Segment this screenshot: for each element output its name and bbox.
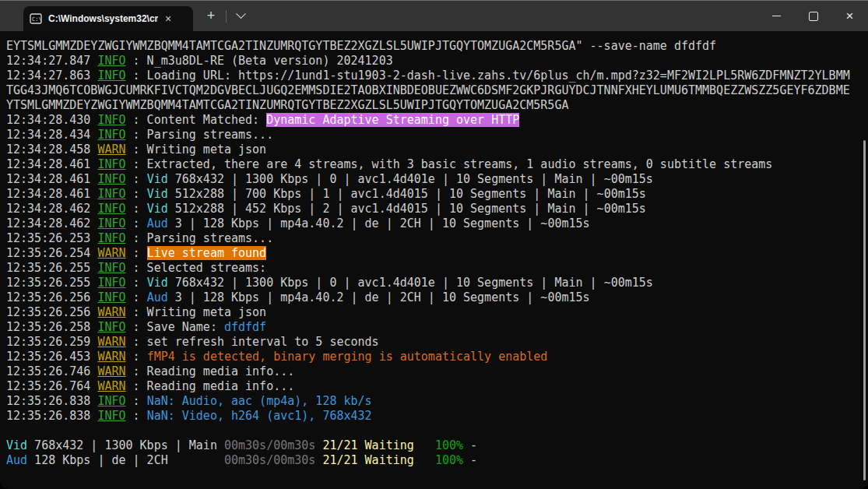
minimize-button[interactable] bbox=[758, 1, 795, 31]
terminal-line: 12:35:26.746 WARN : Reading media info..… bbox=[6, 364, 868, 379]
terminal-line: 12:35:26.256 INFO : Aud 3 | 128 Kbps | m… bbox=[6, 290, 868, 305]
terminal-line: 12:35:26.838 INFO : NaN: Video, h264 (av… bbox=[6, 409, 868, 424]
terminal-window: C:\ C:\Windows\system32\cmd.exe × + × EY… bbox=[0, 0, 868, 489]
terminal-line: 12:35:26.838 INFO : NaN: Audio, aac (mp4… bbox=[6, 394, 868, 409]
terminal-line: 12:34:27.863 INFO : Loading URL: https:/… bbox=[6, 69, 868, 83]
terminal-line: 12:35:26.253 INFO : Parsing streams... bbox=[6, 231, 868, 246]
terminal-line: 12:34:28.462 INFO : Aud 3 | 128 Kbps | m… bbox=[6, 216, 868, 231]
titlebar-divider bbox=[226, 10, 227, 23]
tab-cmd[interactable]: C:\ C:\Windows\system32\cmd.exe × bbox=[23, 6, 193, 31]
terminal-line: 12:34:28.461 INFO : Extracted, there are… bbox=[6, 157, 868, 172]
terminal-output[interactable]: EYTSMLGMMZDEYZWGIYWMZBQMM4TAMTCGA2TINZUM… bbox=[0, 31, 868, 489]
terminal-line: 12:35:26.255 INFO : Selected streams: bbox=[6, 261, 868, 276]
new-tab-button[interactable]: + bbox=[199, 5, 223, 27]
terminal-line: 12:35:26.764 WARN : Reading media info..… bbox=[6, 379, 868, 394]
maximize-icon bbox=[809, 12, 818, 21]
close-button[interactable]: × bbox=[831, 1, 868, 31]
terminal-line bbox=[6, 424, 868, 438]
svg-text:C:\: C:\ bbox=[32, 16, 42, 23]
terminal-line: 12:34:28.462 INFO : Vid 512x288 | 452 Kb… bbox=[6, 202, 868, 216]
scrollbar-thumb[interactable] bbox=[863, 140, 866, 480]
terminal-line: 12:35:26.453 WARN : fMP4 is detected, bi… bbox=[6, 350, 868, 364]
terminal-line: 12:35:26.258 INFO : Save Name: dfdfdf bbox=[6, 320, 868, 335]
terminal-line: 12:35:26.255 INFO : Vid 768x432 | 1300 K… bbox=[6, 276, 868, 290]
terminal-line: 12:34:28.430 INFO : Content Matched: Dyn… bbox=[6, 113, 868, 128]
minimize-icon bbox=[772, 16, 781, 17]
maximize-button[interactable] bbox=[795, 1, 831, 31]
tab-close-icon[interactable]: × bbox=[161, 12, 175, 26]
terminal-line: 12:34:28.434 INFO : Parsing streams... bbox=[6, 128, 868, 142]
tab-title: C:\Windows\system32\cmd.exe bbox=[48, 13, 158, 24]
terminal-line: YTSMLGMMZDEYZWGIYWMZBQMM4TAMTCGA2TINZUMR… bbox=[6, 98, 868, 113]
terminal-line: Vid 768x432 | 1300 Kbps | Main 00m30s/00… bbox=[6, 438, 868, 453]
terminal-line: EYTSMLGMMZDEYZWGIYWMZBQMM4TAMTCGA2TINZUM… bbox=[6, 39, 868, 54]
window-controls: × bbox=[758, 1, 868, 31]
terminal-line: 12:34:28.458 WARN : Writing meta json bbox=[6, 142, 868, 157]
title-bar: C:\ C:\Windows\system32\cmd.exe × + × bbox=[0, 0, 868, 31]
terminal-line: 12:35:26.256 WARN : Writing meta json bbox=[6, 305, 868, 320]
terminal-line: 12:35:26.259 WARN : set refresh interval… bbox=[6, 335, 868, 350]
plus-icon: + bbox=[207, 8, 216, 24]
terminal-line: TGG43JMQ6TCOBWGJCUMRKFIVCTQM2DGVBECLJUGQ… bbox=[6, 83, 868, 98]
terminal-line: 12:34:28.461 INFO : Vid 512x288 | 700 Kb… bbox=[6, 187, 868, 202]
cmd-icon: C:\ bbox=[30, 12, 42, 25]
terminal-line: 12:34:27.847 INFO : N_m3u8DL-RE (Beta ve… bbox=[6, 54, 868, 69]
terminal-line: 12:34:28.461 INFO : Vid 768x432 | 1300 K… bbox=[6, 172, 868, 187]
tab-dropdown-button[interactable] bbox=[230, 5, 251, 27]
terminal-line: 12:35:26.254 WARN : Live stream found bbox=[6, 246, 868, 261]
chevron-down-icon bbox=[236, 9, 246, 19]
scrollbar[interactable] bbox=[862, 31, 868, 489]
close-icon: × bbox=[846, 9, 854, 23]
terminal-line: Aud 128 Kbps | de | 2CH 00m30s/00m30s 21… bbox=[6, 453, 868, 468]
